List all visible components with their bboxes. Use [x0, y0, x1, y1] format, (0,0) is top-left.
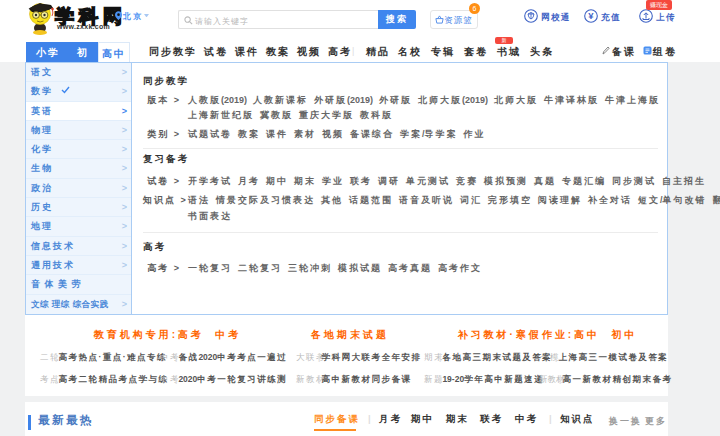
svg-text:¥: ¥: [588, 10, 594, 21]
